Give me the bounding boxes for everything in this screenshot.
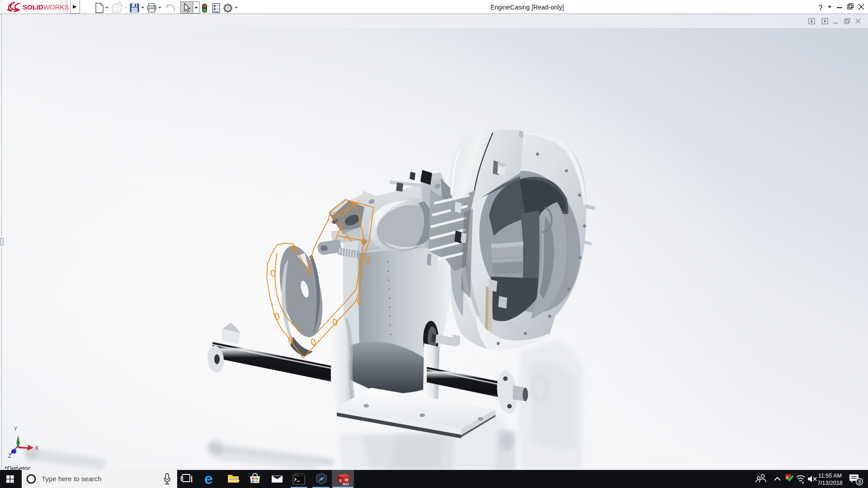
svg-text:Z: Z: [8, 453, 11, 459]
svg-text:SOLIDWORKS: SOLIDWORKS: [23, 3, 69, 11]
svg-text:S: S: [339, 479, 342, 483]
svg-text:W: W: [344, 478, 349, 482]
svg-text:X: X: [35, 445, 39, 451]
svg-text:7/13/2018: 7/13/2018: [817, 480, 843, 486]
svg-text:11:55 AM: 11:55 AM: [818, 473, 842, 479]
svg-text:C:\_: C:\_: [294, 474, 300, 477]
svg-text:2017: 2017: [343, 483, 349, 486]
svg-text:3: 3: [858, 479, 861, 484]
svg-text:Y: Y: [14, 425, 18, 432]
svg-text:e: e: [204, 470, 213, 487]
svg-text:?: ?: [818, 4, 822, 12]
